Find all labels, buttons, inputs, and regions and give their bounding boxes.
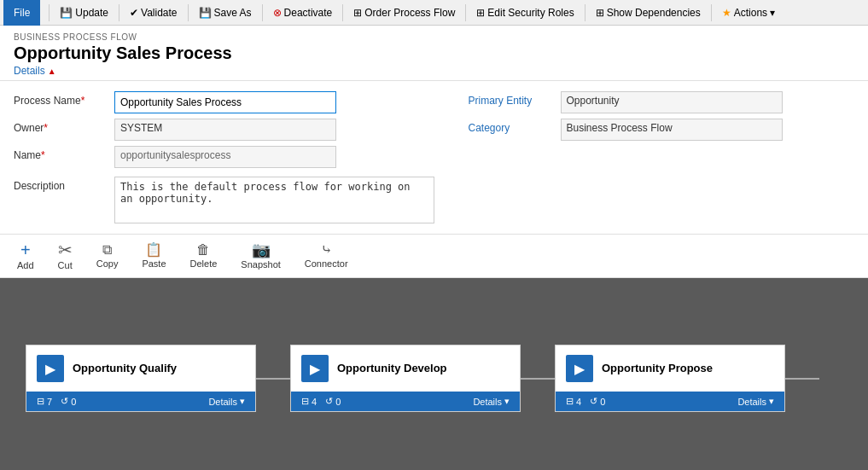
cut-button[interactable]: ✂ Cut	[55, 240, 76, 272]
actions-chevron-icon: ▾	[770, 7, 775, 19]
security-icon: ⊞	[476, 7, 485, 19]
canvas-area: ▶ Opportunity Qualify ⊟ 7 ↺ 0 Details ▾	[0, 278, 868, 470]
stage-header-1: ▶ Opportunity Develop	[291, 345, 520, 392]
separator-6	[465, 4, 466, 21]
process-name-label: Process Name*	[14, 91, 108, 107]
deactivate-button[interactable]: ⊗ Deactivate	[266, 2, 340, 24]
paste-icon: 📋	[145, 243, 162, 257]
form-area: BUSINESS PROCESS FLOW Opportunity Sales …	[0, 26, 868, 278]
page-title: Opportunity Sales Process	[14, 44, 854, 63]
separator-1	[49, 4, 50, 21]
stage-footer-1: ⊟ 4 ↺ 0 Details ▾	[291, 392, 520, 411]
stage-footer-left-2: ⊟ 4 ↺ 0	[566, 396, 605, 407]
primary-entity-row: Primary Entity Opportunity	[469, 91, 855, 113]
name-label: Name*	[14, 146, 108, 161]
step-count-badge-2: ⊟ 4	[566, 396, 581, 407]
category-label: Category	[469, 119, 554, 134]
separator-3	[188, 4, 189, 21]
file-button[interactable]: File	[3, 0, 40, 26]
form-left: Process Name* Owner* SYSTEM Name* opport…	[14, 91, 434, 223]
connector-button[interactable]: ⤷ Connector	[301, 241, 352, 270]
process-name-input[interactable]	[114, 91, 336, 113]
details-chevron-icon-0: ▾	[240, 396, 245, 407]
add-icon: +	[20, 241, 31, 258]
paste-button[interactable]: 📋 Paste	[138, 241, 169, 270]
step-count-icon-1: ⊟	[301, 396, 309, 407]
delete-icon: 🗑	[196, 243, 210, 257]
category-row: Category Business Process Flow	[469, 119, 855, 141]
stage-footer-left-1: ⊟ 4 ↺ 0	[301, 396, 341, 407]
show-dependencies-button[interactable]: ⊞ Show Dependencies	[589, 2, 708, 24]
action-toolbar: + Add ✂ Cut ⧉ Copy 📋 Paste 🗑 Delete 📷 S	[0, 235, 868, 278]
update-icon: 💾	[60, 7, 73, 19]
main-content: BUSINESS PROCESS FLOW Opportunity Sales …	[0, 26, 868, 470]
loop-icon-1: ↺	[325, 396, 333, 407]
details-caret-icon: ▲	[48, 67, 56, 76]
stage-footer-0: ⊟ 7 ↺ 0 Details ▾	[26, 392, 255, 411]
step-count-badge-0: ⊟ 7	[37, 396, 52, 407]
connector-line-1	[256, 378, 290, 380]
stage-card-2[interactable]: ▶ Opportunity Propose ⊟ 4 ↺ 0 Details ▾	[555, 345, 785, 412]
step-count-icon-0: ⊟	[37, 396, 44, 407]
process-name-row: Process Name*	[14, 91, 434, 113]
validate-button[interactable]: ✔ Validate	[123, 2, 184, 24]
step-count-icon-2: ⊟	[566, 396, 574, 407]
details-dropdown-2[interactable]: Details ▾	[737, 396, 774, 407]
snapshot-button[interactable]: 📷 Snapshot	[237, 241, 283, 271]
stage-icon-2: ▶	[566, 355, 593, 382]
name-row: Name* opportunitysalesprocess	[14, 146, 434, 168]
main-toolbar: File 💾 Update ✔ Validate 💾 Save As ⊗ Dea…	[0, 0, 868, 26]
delete-button[interactable]: 🗑 Delete	[187, 241, 221, 270]
separator-2	[119, 4, 119, 21]
loop-count-badge-0: ↺ 0	[61, 396, 76, 407]
snapshot-icon: 📷	[252, 242, 271, 258]
separator-7	[585, 4, 585, 21]
details-dropdown-1[interactable]: Details ▾	[473, 396, 510, 407]
loop-icon-0: ↺	[61, 396, 68, 407]
description-label: Description	[14, 177, 108, 192]
actions-button[interactable]: ★ Actions ▾	[715, 2, 782, 24]
connector-icon: ⤷	[321, 243, 332, 257]
validate-icon: ✔	[130, 7, 138, 19]
details-dropdown-0[interactable]: Details ▾	[208, 396, 245, 407]
stage-header-2: ▶ Opportunity Propose	[556, 345, 784, 392]
stage-footer-left-0: ⊟ 7 ↺ 0	[37, 396, 76, 407]
connector-line-3	[785, 378, 819, 380]
separator-8	[711, 4, 712, 21]
primary-entity-label: Primary Entity	[469, 91, 554, 107]
stage-title-2: Opportunity Propose	[602, 362, 713, 376]
save-as-icon: 💾	[199, 7, 212, 19]
deactivate-icon: ⊗	[273, 7, 282, 19]
save-as-button[interactable]: 💾 Save As	[192, 2, 259, 24]
update-button[interactable]: 💾 Update	[53, 2, 115, 24]
add-button[interactable]: + Add	[14, 240, 38, 272]
stage-card-0[interactable]: ▶ Opportunity Qualify ⊟ 7 ↺ 0 Details ▾	[26, 345, 256, 412]
owner-row: Owner* SYSTEM	[14, 119, 434, 141]
copy-icon: ⧉	[102, 243, 112, 257]
loop-icon-2: ↺	[590, 396, 597, 407]
stage-icon-1: ▶	[301, 355, 329, 382]
cut-icon: ✂	[58, 241, 73, 258]
description-input[interactable]: This is the default process flow for wor…	[114, 177, 434, 223]
description-row: Description This is the default process …	[14, 177, 434, 223]
form-section: Process Name* Owner* SYSTEM Name* opport…	[0, 81, 868, 235]
details-link[interactable]: Details ▲	[14, 65, 854, 77]
stage-title-0: Opportunity Qualify	[73, 362, 177, 376]
edit-security-roles-button[interactable]: ⊞ Edit Security Roles	[469, 2, 580, 24]
order-process-flow-button[interactable]: ⊞ Order Process Flow	[347, 2, 462, 24]
details-chevron-icon-1: ▾	[504, 396, 510, 407]
primary-entity-value: Opportunity	[561, 91, 783, 113]
copy-button[interactable]: ⧉ Copy	[93, 241, 122, 270]
stage-title-1: Opportunity Develop	[337, 362, 447, 376]
order-icon: ⊞	[353, 7, 362, 19]
form-right: Primary Entity Opportunity Category Busi…	[434, 91, 855, 223]
separator-5	[342, 4, 343, 21]
actions-star-icon: ★	[722, 7, 731, 19]
stage-icon-0: ▶	[37, 355, 64, 382]
name-value: opportunitysalesprocess	[114, 146, 336, 168]
loop-count-badge-2: ↺ 0	[590, 396, 605, 407]
stage-card-1[interactable]: ▶ Opportunity Develop ⊟ 4 ↺ 0 Details ▾	[290, 345, 521, 412]
stage-footer-2: ⊟ 4 ↺ 0 Details ▾	[556, 392, 784, 411]
category-value: Business Process Flow	[561, 119, 783, 141]
loop-count-badge-1: ↺ 0	[325, 396, 341, 407]
